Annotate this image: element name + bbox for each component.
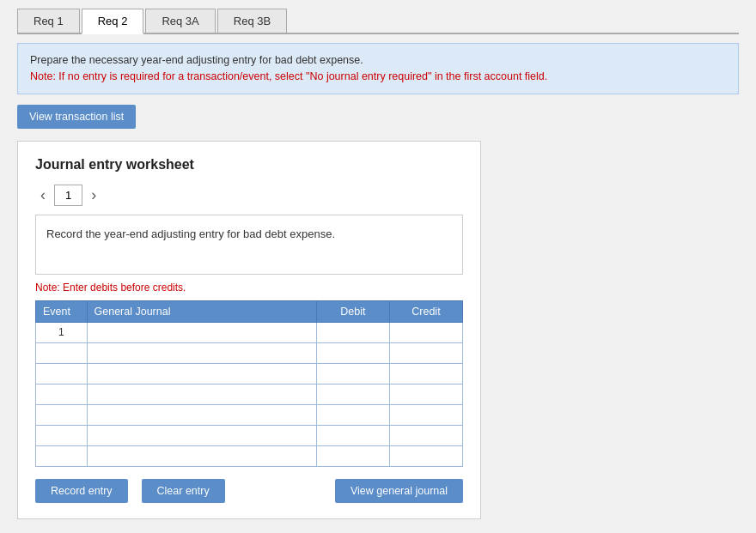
debit-cell-5[interactable] xyxy=(316,404,389,425)
col-credit: Credit xyxy=(389,300,462,322)
description-box: Record the year-end adjusting entry for … xyxy=(35,215,463,275)
journal-input-4[interactable] xyxy=(88,385,316,404)
view-transaction-button[interactable]: View transaction list xyxy=(17,105,136,129)
credit-cell-2[interactable] xyxy=(389,342,462,363)
worksheet-card: Journal entry worksheet ‹ 1 › Record the… xyxy=(17,141,481,519)
info-line2: Note: If no entry is required for a tran… xyxy=(30,70,547,82)
worksheet-title: Journal entry worksheet xyxy=(35,157,463,173)
description-text: Record the year-end adjusting entry for … xyxy=(46,227,335,240)
credit-input-3[interactable] xyxy=(390,364,462,384)
credit-input-2[interactable] xyxy=(390,343,462,363)
table-row xyxy=(36,363,463,384)
page-wrapper: Req 1 Req 2 Req 3A Req 3B Prepare the ne… xyxy=(0,0,756,533)
debit-cell-3[interactable] xyxy=(316,363,389,384)
credit-input-7[interactable] xyxy=(390,446,462,466)
debit-input-1[interactable] xyxy=(317,323,389,342)
debit-cell-7[interactable] xyxy=(316,445,389,466)
credit-cell-3[interactable] xyxy=(389,363,462,384)
event-cell-1: 1 xyxy=(36,322,88,342)
debit-cell-4[interactable] xyxy=(316,384,389,404)
event-cell-6 xyxy=(36,425,88,445)
journal-input-2[interactable] xyxy=(88,343,316,363)
info-line1: Prepare the necessary year-end adjusting… xyxy=(30,54,363,66)
event-cell-2 xyxy=(36,342,88,363)
clear-entry-button[interactable]: Clear entry xyxy=(142,479,225,503)
credit-input-4[interactable] xyxy=(390,385,462,404)
journal-table: Event General Journal Debit Credit 1 xyxy=(35,300,463,467)
journal-cell-3[interactable] xyxy=(87,363,316,384)
credit-cell-5[interactable] xyxy=(389,404,462,425)
journal-cell-6[interactable] xyxy=(87,425,316,445)
info-box: Prepare the necessary year-end adjusting… xyxy=(17,43,739,94)
debit-cell-2[interactable] xyxy=(316,342,389,363)
debit-input-3[interactable] xyxy=(317,364,389,384)
journal-cell-1[interactable] xyxy=(87,322,316,342)
tab-req3b[interactable]: Req 3B xyxy=(217,9,287,33)
tab-req3a[interactable]: Req 3A xyxy=(145,9,215,33)
prev-arrow[interactable]: ‹ xyxy=(35,185,51,206)
debit-input-7[interactable] xyxy=(317,446,389,466)
debit-input-5[interactable] xyxy=(317,405,389,425)
nav-row: ‹ 1 › xyxy=(35,185,463,206)
event-cell-3 xyxy=(36,363,88,384)
col-event: Event xyxy=(36,300,88,322)
journal-input-5[interactable] xyxy=(88,405,316,425)
table-row xyxy=(36,384,463,404)
table-row xyxy=(36,404,463,425)
record-entry-button[interactable]: Record entry xyxy=(35,479,128,503)
journal-cell-4[interactable] xyxy=(87,384,316,404)
debit-input-6[interactable] xyxy=(317,426,389,445)
credit-input-6[interactable] xyxy=(390,426,462,445)
journal-cell-2[interactable] xyxy=(87,342,316,363)
debit-input-4[interactable] xyxy=(317,385,389,404)
journal-input-3[interactable] xyxy=(88,364,316,384)
table-row xyxy=(36,342,463,363)
bottom-buttons: Record entry Clear entry View general jo… xyxy=(35,479,463,503)
view-general-journal-button[interactable]: View general journal xyxy=(335,479,463,503)
table-row xyxy=(36,445,463,466)
journal-cell-7[interactable] xyxy=(87,445,316,466)
journal-input-1[interactable] xyxy=(88,323,316,342)
tab-req2[interactable]: Req 2 xyxy=(82,9,144,34)
credit-cell-4[interactable] xyxy=(389,384,462,404)
debit-cell-1[interactable] xyxy=(316,322,389,342)
tabs-bar: Req 1 Req 2 Req 3A Req 3B xyxy=(17,9,739,34)
credit-input-5[interactable] xyxy=(390,405,462,425)
credit-cell-7[interactable] xyxy=(389,445,462,466)
journal-input-6[interactable] xyxy=(88,426,316,445)
current-page: 1 xyxy=(54,185,82,206)
next-arrow[interactable]: › xyxy=(86,185,101,206)
event-cell-4 xyxy=(36,384,88,404)
tab-req1[interactable]: Req 1 xyxy=(17,9,80,33)
debit-cell-6[interactable] xyxy=(316,425,389,445)
event-cell-7 xyxy=(36,445,88,466)
credit-input-1[interactable] xyxy=(390,323,462,342)
table-row: 1 xyxy=(36,322,463,342)
col-debit: Debit xyxy=(316,300,389,322)
table-row xyxy=(36,425,463,445)
debit-input-2[interactable] xyxy=(317,343,389,363)
col-journal: General Journal xyxy=(87,300,316,322)
credit-cell-6[interactable] xyxy=(389,425,462,445)
event-cell-5 xyxy=(36,404,88,425)
journal-cell-5[interactable] xyxy=(87,404,316,425)
note-text: Note: Enter debits before credits. xyxy=(35,282,463,294)
journal-input-7[interactable] xyxy=(88,446,316,466)
credit-cell-1[interactable] xyxy=(389,322,462,342)
